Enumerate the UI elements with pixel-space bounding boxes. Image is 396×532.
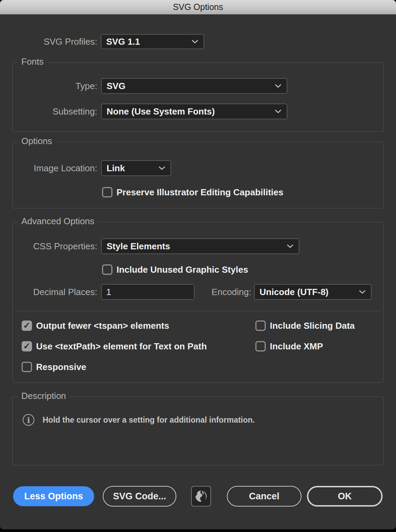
chevron-down-icon: [359, 290, 365, 294]
preserve-editing-checkbox[interactable]: [102, 187, 112, 197]
web-preview-button[interactable]: [191, 486, 211, 507]
chevron-down-icon: [275, 84, 281, 88]
dialog-title: SVG Options: [173, 2, 223, 12]
globe-icon: [194, 489, 208, 503]
css-properties-value: Style Elements: [102, 241, 170, 252]
chevron-down-icon: [287, 245, 293, 248]
dialog-titlebar[interactable]: SVG Options: [0, 0, 396, 14]
include-slicing-checkbox[interactable]: [255, 321, 266, 331]
description-group-legend: Description: [18, 391, 69, 401]
css-properties-dropdown[interactable]: Style Elements: [101, 238, 299, 254]
advanced-options-legend: Advanced Options: [18, 216, 97, 227]
advanced-options-group: Advanced Options CSS Properties: Style E…: [12, 222, 384, 383]
encoding-dropdown[interactable]: Unicode (UTF-8): [254, 284, 372, 300]
cancel-button[interactable]: Cancel: [227, 486, 301, 507]
use-textpath-label[interactable]: Use <textPath> element for Text on Path: [36, 341, 207, 351]
type-label: Type:: [13, 78, 97, 94]
subsetting-dropdown[interactable]: None (Use System Fonts): [101, 104, 287, 119]
include-slicing-label[interactable]: Include Slicing Data: [270, 321, 355, 331]
chevron-down-icon: [159, 166, 165, 170]
decimal-places-label: Decimal Places:: [13, 284, 97, 300]
include-xmp-label[interactable]: Include XMP: [270, 341, 323, 351]
encoding-value: Unicode (UTF-8): [255, 287, 329, 297]
image-location-label: Image Location:: [13, 160, 97, 176]
preserve-editing-label[interactable]: Preserve Illustrator Editing Capabilitie…: [117, 187, 283, 197]
type-value: SVG: [102, 81, 125, 91]
include-unused-styles-checkbox[interactable]: [102, 264, 112, 275]
info-icon: i: [23, 414, 34, 426]
output-tspan-checkbox[interactable]: [22, 321, 32, 331]
svg-profiles-value: SVG 1.1: [101, 36, 140, 47]
chevron-down-icon: [192, 40, 198, 44]
options-group: Options Image Location: Link Preserve Il…: [12, 142, 384, 208]
svg-profiles-dropdown[interactable]: SVG 1.1: [101, 34, 204, 49]
svg-profiles-label: SVG Profiles:: [7, 34, 97, 49]
include-unused-styles-label[interactable]: Include Unused Graphic Styles: [117, 264, 248, 275]
type-dropdown[interactable]: SVG: [101, 78, 287, 94]
advanced-divider: [15, 311, 381, 311]
fonts-group-legend: Fonts: [18, 56, 47, 67]
include-xmp-checkbox[interactable]: [255, 341, 266, 351]
responsive-checkbox[interactable]: [22, 362, 32, 372]
css-properties-label: CSS Properties:: [13, 238, 97, 254]
image-location-dropdown[interactable]: Link: [101, 160, 171, 176]
chevron-down-icon: [275, 110, 281, 113]
description-group: Description i Hold the cursor over a set…: [12, 397, 384, 465]
svg-code-button[interactable]: SVG Code...: [103, 486, 176, 507]
responsive-label[interactable]: Responsive: [36, 362, 86, 372]
description-text: Hold the cursor over a setting for addit…: [43, 414, 255, 426]
less-options-button[interactable]: Less Options: [13, 486, 94, 506]
encoding-label: Encoding:: [165, 284, 251, 300]
ok-button[interactable]: OK: [307, 486, 383, 507]
output-tspan-label[interactable]: Output fewer <tspan> elements: [36, 321, 169, 331]
svg-options-dialog: SVG Options SVG Profiles: SVG 1.1 Fonts …: [0, 0, 396, 532]
subsetting-value: None (Use System Fonts): [102, 106, 215, 117]
fonts-group: Fonts Type: SVG Subsetting: None (Use Sy…: [12, 62, 384, 132]
use-textpath-checkbox[interactable]: [22, 341, 32, 351]
options-group-legend: Options: [18, 136, 55, 146]
image-location-value: Link: [102, 163, 125, 174]
subsetting-label: Subsetting:: [13, 104, 97, 119]
